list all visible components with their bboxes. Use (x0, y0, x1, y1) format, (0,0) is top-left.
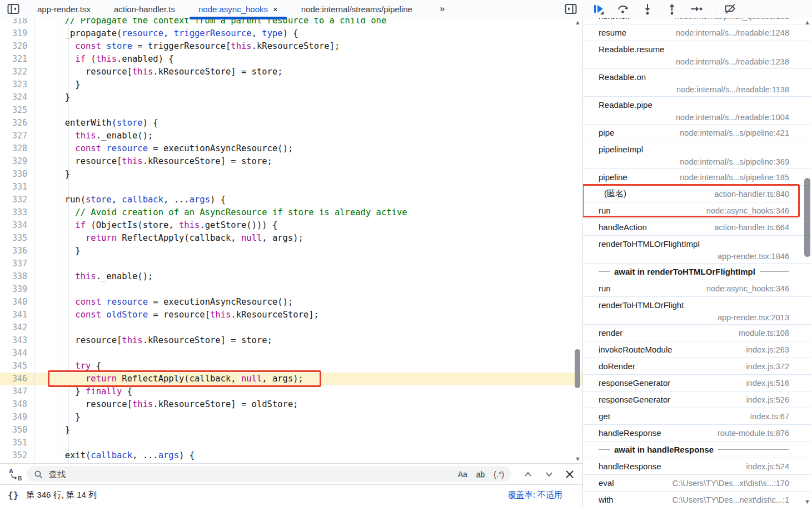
stack-frame[interactable]: responseGeneratorindex.js:526 (583, 391, 811, 408)
line-number[interactable]: 351 (0, 436, 34, 449)
stack-frame[interactable]: renderToHTMLOrFlightapp-render.tsx:2013 (583, 297, 811, 325)
stack-frame[interactable]: pipelineImplnode:internal/s...s/pipeline… (583, 141, 811, 169)
line-number[interactable]: 328 (0, 142, 34, 155)
scroll-down-icon[interactable]: ▼ (573, 455, 582, 462)
whole-word-button[interactable]: ab (476, 470, 485, 479)
tab-node:internal/streams/pipeline[interactable]: node:internal/streams/pipeline (290, 0, 424, 18)
match-case-button[interactable]: Aa (458, 470, 467, 479)
stack-frame[interactable]: Readable.pipenode:internal/s.../readable… (583, 97, 811, 125)
line-number[interactable]: 332 (0, 194, 34, 206)
stack-frame[interactable]: pipelinenode:internal/s...s/pipeline:185 (583, 169, 811, 186)
code-text: const store = triggerResource[this.kReso… (34, 40, 340, 53)
tab-app-render.tsx[interactable]: app-render.tsx (26, 0, 102, 18)
line-number[interactable]: 319 (0, 27, 34, 40)
stack-frame[interactable]: doRenderindex.js:372 (583, 358, 811, 375)
code-text: this._enable(); (34, 270, 153, 283)
find-next-icon[interactable] (544, 468, 554, 480)
code-text: } (34, 168, 70, 181)
stack-frame[interactable]: nextTicknode:internal/p...sk_queues:162 (583, 18, 811, 24)
stack-frame[interactable]: resumenode:internal/s.../readable:1248 (583, 24, 811, 41)
regex-button[interactable]: (.*) (494, 470, 504, 479)
scroll-down-icon[interactable]: ▼ (803, 498, 811, 505)
code-editor[interactable]: 318 // Propagate the context from a pare… (0, 18, 582, 463)
code-text: } (34, 424, 70, 436)
line-number[interactable]: 347 (0, 385, 34, 398)
tab-action-handler.ts[interactable]: action-handler.ts (102, 0, 187, 18)
frame-name: get (599, 411, 610, 421)
stack-frame[interactable]: Readable.onnode:internal/s.../readable:1… (583, 69, 811, 97)
frame-name: invokeRouteModule (599, 345, 672, 354)
find-previous-icon[interactable] (523, 468, 533, 480)
line-number[interactable]: 318 (0, 18, 34, 27)
line-number[interactable]: 331 (0, 181, 34, 194)
close-find-bar-icon[interactable] (564, 468, 575, 480)
stack-frame[interactable]: invokeRouteModuleindex.js:263 (583, 341, 811, 358)
line-number[interactable]: 344 (0, 347, 34, 360)
line-number[interactable]: 352 (0, 449, 34, 462)
line-number[interactable]: 321 (0, 53, 34, 66)
line-number[interactable]: 320 (0, 40, 34, 53)
stack-frame[interactable]: rendermodule.ts:108 (583, 325, 811, 341)
close-icon[interactable]: × (273, 5, 278, 13)
stack-frame[interactable]: runnode:async_hooks:346 (583, 280, 811, 297)
step-out-icon[interactable] (665, 2, 679, 16)
deactivate-breakpoints-icon[interactable] (723, 2, 738, 16)
line-number[interactable]: 324 (0, 91, 34, 104)
line-number[interactable]: 348 (0, 398, 34, 411)
line-number[interactable]: 325 (0, 104, 34, 117)
line-number[interactable]: 323 (0, 78, 34, 91)
line-number[interactable]: 327 (0, 130, 34, 142)
stack-frame[interactable]: handleResponseindex.js:524 (583, 458, 811, 475)
toggle-navigator-sidebar-icon[interactable] (7, 2, 20, 16)
line-number[interactable]: 349 (0, 411, 34, 424)
more-tabs-button[interactable]: » (440, 3, 445, 14)
line-number[interactable]: 340 (0, 296, 34, 309)
line-number[interactable]: 334 (0, 219, 34, 232)
stack-frame[interactable]: Readable.resumenode:internal/s.../readab… (583, 41, 811, 69)
scroll-up-icon[interactable]: ▲ (573, 19, 582, 26)
line-number[interactable]: 342 (0, 321, 34, 334)
coverage-link[interactable]: 覆盖率: 不适用 (508, 490, 562, 500)
line-number[interactable]: 326 (0, 117, 34, 130)
stack-frame[interactable]: evalC:\Users\TY\Des...xt\dist\s...:170 (583, 475, 811, 492)
scrollbar-thumb[interactable] (575, 349, 580, 388)
scrollbar-thumb[interactable] (804, 178, 810, 257)
line-number[interactable]: 335 (0, 232, 34, 245)
stack-frame[interactable]: pipenode:internal/s...s/pipeline:421 (583, 125, 811, 141)
stack-frame[interactable]: handleResponseroute-module.ts:876 (583, 425, 811, 441)
line-number[interactable]: 336 (0, 245, 34, 257)
line-number[interactable]: 350 (0, 424, 34, 436)
pretty-print-icon[interactable]: {} (8, 490, 18, 500)
frame-name: render (599, 328, 622, 338)
code-scrollbar[interactable]: ▲ ▼ (573, 19, 582, 462)
line-number[interactable]: 339 (0, 283, 34, 296)
step-icon[interactable] (689, 2, 704, 16)
tab-node:async_hooks[interactable]: node:async_hooks× (187, 0, 290, 18)
code-text (34, 104, 54, 117)
line-number[interactable]: 341 (0, 309, 34, 321)
find-replace-toggle-icon[interactable]: A B (8, 467, 23, 482)
line-number[interactable]: 346 (0, 373, 34, 385)
line-number[interactable]: 329 (0, 155, 34, 168)
stack-scrollbar[interactable]: ▲ ▼ (803, 19, 811, 505)
step-into-icon[interactable] (640, 2, 655, 16)
line-number[interactable]: 330 (0, 168, 34, 181)
search-input[interactable] (49, 469, 449, 479)
step-over-icon[interactable] (616, 2, 630, 16)
code-line: 337 (0, 257, 582, 270)
stack-frame[interactable]: renderToHTMLOrFlightImplapp-render.tsx:1… (583, 236, 811, 264)
scroll-up-icon[interactable]: ▲ (803, 19, 811, 26)
stack-frame[interactable]: handleActionaction-handler.ts:664 (583, 219, 811, 236)
line-number[interactable]: 333 (0, 206, 34, 219)
resume-icon[interactable] (591, 2, 606, 16)
code-line: 343 resource[this.kResourceStore] = stor… (0, 334, 582, 347)
line-number[interactable]: 345 (0, 360, 34, 373)
toggle-debug-sidebar-icon[interactable] (564, 2, 578, 16)
stack-frame[interactable]: getindex.ts:67 (583, 408, 811, 425)
stack-frame[interactable]: responseGeneratorindex.js:516 (583, 375, 811, 391)
stack-frame[interactable]: withC:\Users\TY\Des...next\dist\c...:1 (583, 492, 811, 506)
line-number[interactable]: 338 (0, 270, 34, 283)
line-number[interactable]: 343 (0, 334, 34, 347)
line-number[interactable]: 337 (0, 257, 34, 270)
line-number[interactable]: 322 (0, 66, 34, 78)
